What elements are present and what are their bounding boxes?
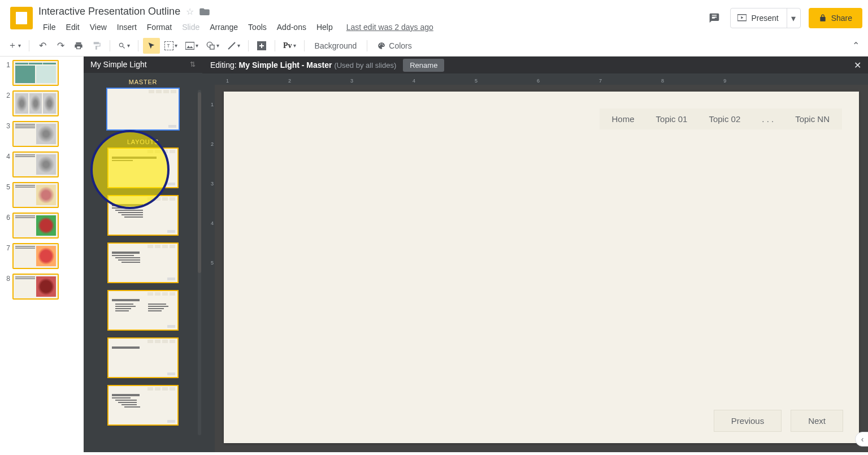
menu-view[interactable]: View [85,20,111,34]
slide-number: 5 [2,182,12,191]
svg-line-5 [228,42,235,49]
separator [29,40,29,51]
slide-number: 6 [2,213,12,222]
move-folder-icon[interactable] [199,7,210,15]
menu-arrange[interactable]: Arrange [205,20,242,34]
separator [275,40,275,51]
menu-help[interactable]: Help [312,20,337,34]
slide-thumb-5[interactable] [12,182,59,208]
master-section-label: MASTER [84,77,202,88]
slide-number: 8 [2,274,12,283]
next-button[interactable]: Next [791,410,843,432]
sort-themes-icon[interactable]: ⇅ [190,60,196,68]
layout-thumb-6[interactable] [107,385,179,426]
slide-thumb-6[interactable] [12,213,59,239]
slide-thumb-4[interactable] [12,151,59,177]
menu-edit[interactable]: Edit [62,20,84,34]
theme-font-button[interactable]: Pv ▾ [280,38,300,54]
layout-thumb-1[interactable] [107,148,179,188]
nav-ellipsis[interactable]: . . . [762,114,774,124]
app-header: Interactive Presentation Outline ☆ File … [0,0,868,35]
slide-thumb-1[interactable] [12,60,59,86]
menu-insert[interactable]: Insert [112,20,141,34]
svg-rect-2 [185,42,194,49]
canvas-header: Editing: My Simple Light - Master (Used … [202,57,868,73]
share-label: Share [831,14,852,23]
slide-thumb-8[interactable] [12,274,59,300]
nav-topic-1[interactable]: Topic 01 [656,114,688,124]
nav-topic-2[interactable]: Topic 02 [709,114,740,124]
header-right: Present ▾ Share [706,8,862,28]
present-label: Present [751,14,778,23]
separator [138,40,138,51]
explore-side-tab[interactable]: ‹ [855,432,868,447]
lock-icon [819,14,827,22]
vertical-ruler: 1 2 3 4 5 [202,73,215,452]
theme-name: My Simple Light [90,60,147,69]
present-dropdown[interactable]: ▾ [787,8,800,28]
slide-thumb-7[interactable] [12,243,59,269]
slide-thumb-2[interactable] [12,90,59,116]
last-edit-link[interactable]: Last edit was 2 days ago [346,23,433,32]
canvas-area: Editing: My Simple Light - Master (Used … [202,57,868,452]
separator [110,40,110,51]
previous-button[interactable]: Previous [714,410,782,432]
menu-bar: File Edit View Insert Format Slide Arran… [38,20,706,34]
nav-home[interactable]: Home [612,114,635,124]
menu-file[interactable]: File [38,20,60,34]
menu-addons[interactable]: Add-ons [272,20,311,34]
undo-button[interactable]: ↶ [34,38,51,54]
separator [248,40,249,51]
close-master-button[interactable]: ✕ [854,60,861,71]
layout-thumb-4[interactable] [107,290,179,331]
add-placeholder-button[interactable] [253,38,270,54]
layout-thumb-3[interactable] [107,242,179,283]
master-panel: My Simple Light ⇅ MASTER LAYOUTS [84,57,202,452]
slide-nav-bar[interactable]: Home Topic 01 Topic 02 . . . Topic NN [600,109,842,129]
slide-number: 1 [2,60,12,69]
nav-topic-nn[interactable]: Topic NN [795,114,830,124]
master-thumb[interactable] [106,88,180,131]
comments-icon[interactable] [706,10,722,26]
layout-thumb-5[interactable] [107,337,179,378]
slides-app-icon[interactable] [10,7,33,29]
slide-stage[interactable]: Home Topic 01 Topic 02 . . . Topic NN Pr… [215,85,868,452]
ruler-area: 1 2 3 4 5 1 2 3 4 5 6 7 8 9 [202,73,868,452]
document-title[interactable]: Interactive Presentation Outline [38,6,180,18]
background-button[interactable]: Background [309,39,363,53]
rename-button[interactable]: Rename [403,59,444,72]
image-tool[interactable]: ▾ [182,38,202,54]
present-button-group: Present ▾ [730,8,800,28]
textbox-tool[interactable]: T ▾ [161,38,181,54]
filmstrip: 1 2 3 4 5 6 7 8 [0,57,84,452]
colors-button[interactable]: Colors [372,39,417,53]
slide-number: 7 [2,243,12,252]
editing-label: Editing: My Simple Light - Master (Used … [210,60,396,70]
menu-tools[interactable]: Tools [244,20,271,34]
master-panel-header: My Simple Light ⇅ [84,57,202,73]
star-icon[interactable]: ☆ [186,6,194,17]
print-button[interactable] [70,38,87,54]
zoom-button[interactable]: ▾ [115,38,133,54]
title-area: Interactive Presentation Outline ☆ File … [38,5,706,34]
present-button[interactable]: Present [731,8,786,28]
layouts-section-label: LAYOUTS [84,137,202,148]
svg-rect-4 [210,45,214,49]
toolbar: ＋▾ ↶ ↷ ▾ T ▾ ▾ ▾ ▾ Pv ▾ Background [0,35,868,57]
layout-thumb-2[interactable] [107,195,179,236]
palette-icon [377,42,385,50]
separator [367,40,367,51]
slide-number: 3 [2,121,12,130]
menu-format[interactable]: Format [142,20,176,34]
master-slide[interactable]: Home Topic 01 Topic 02 . . . Topic NN Pr… [224,92,859,443]
line-tool[interactable]: ▾ [224,38,244,54]
shape-tool[interactable]: ▾ [203,38,223,54]
new-slide-button[interactable]: ＋▾ [5,38,24,54]
master-scrollbar-thumb[interactable] [198,92,201,273]
collapse-toolbar-button[interactable]: ⌃ [849,38,862,52]
select-tool[interactable] [143,38,160,54]
paint-format-button[interactable] [88,38,105,54]
redo-button[interactable]: ↷ [52,38,69,54]
slide-thumb-3[interactable] [12,121,59,147]
share-button[interactable]: Share [809,8,862,28]
